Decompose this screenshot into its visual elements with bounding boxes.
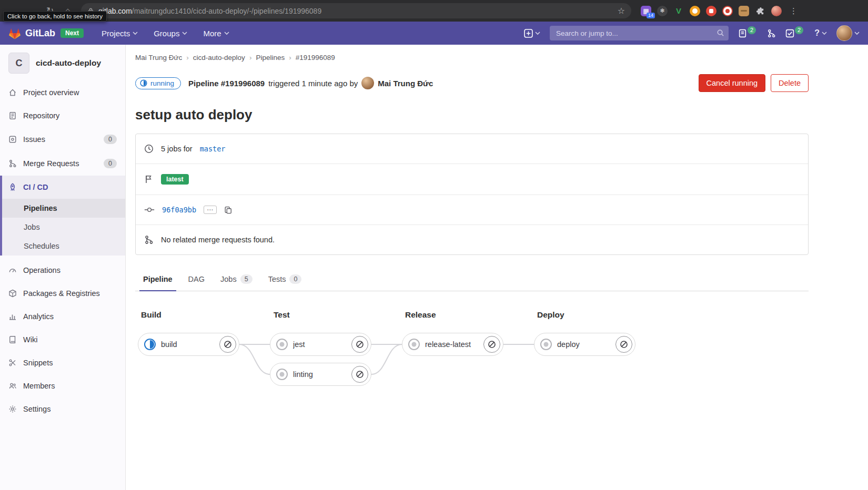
latest-tag-badge[interactable]: latest	[161, 174, 189, 185]
breadcrumb-project[interactable]: cicd-auto-deploy	[193, 54, 245, 62]
cancel-job-release-button[interactable]	[483, 336, 500, 353]
new-menu-button[interactable]	[524, 29, 540, 38]
pipeline-graph: Build Test Release Deploy build jest lin…	[135, 300, 809, 397]
commit-message-toggle[interactable]: ⋯	[204, 206, 217, 214]
sidebar-subitem-schedules[interactable]: Schedules	[2, 237, 125, 256]
pipeline-triggered-text: Pipeline #191996089 triggered 1 minute a…	[188, 77, 433, 89]
cancel-icon	[224, 340, 232, 349]
extension-icon-1[interactable]: ▦14	[641, 6, 651, 16]
sidebar-item-label: Operations	[23, 266, 60, 274]
tab-dag[interactable]: DAG	[180, 269, 213, 291]
issues-nav-button[interactable]: 2	[738, 29, 758, 38]
sidebar-item-packages[interactable]: Packages & Registries	[0, 282, 125, 305]
breadcrumb-pipeline-id[interactable]: #191996089	[296, 54, 335, 62]
job-release-latest[interactable]: release-latest	[402, 333, 503, 356]
stage-header-release: Release	[405, 310, 436, 320]
tests-count-badge: 0	[289, 274, 301, 284]
bookmark-star-icon[interactable]: ☆	[618, 6, 625, 16]
issues-icon	[738, 29, 747, 38]
sidebar-item-label: Repository	[23, 111, 59, 120]
extension-icon-7[interactable]	[739, 6, 749, 16]
tag-row: latest	[136, 164, 808, 195]
todos-count-badge: 2	[795, 26, 803, 34]
merge-request-icon	[767, 29, 776, 38]
sidebar-item-label: Settings	[23, 405, 51, 413]
sidebar-item-operations[interactable]: Operations	[0, 259, 125, 282]
sidebar-item-members[interactable]: Members	[0, 374, 125, 397]
extensions-puzzle-icon[interactable]	[755, 6, 765, 16]
sidebar-item-label: Issues	[23, 135, 45, 144]
running-status-badge[interactable]: running	[135, 77, 181, 89]
merge-requests-count: 0	[104, 159, 117, 168]
pipeline-title: setup auto deploy	[135, 107, 809, 123]
breadcrumb: Mai Trung Đức › cicd-auto-deploy › Pipel…	[135, 45, 809, 62]
scissors-icon	[8, 359, 17, 367]
stage-header-deploy: Deploy	[537, 310, 564, 320]
sidebar-item-repository[interactable]: Repository	[0, 104, 125, 127]
sidebar-item-analytics[interactable]: Analytics	[0, 305, 125, 328]
breadcrumb-pipelines[interactable]: Pipelines	[256, 54, 285, 62]
gitlab-logo[interactable]: GitLab Next	[8, 27, 84, 39]
help-menu-button[interactable]: ?	[814, 28, 827, 38]
address-bar[interactable]: gitlab.com/maitrungduc1410/cicd-auto-dep…	[81, 3, 631, 18]
jobs-summary-row: 5 jobs for master	[136, 134, 808, 164]
menu-more[interactable]: More	[203, 29, 229, 38]
sidebar-subitem-jobs[interactable]: Jobs	[2, 218, 125, 237]
tab-tests[interactable]: Tests0	[260, 269, 310, 291]
job-build[interactable]: build	[138, 333, 239, 356]
cancel-job-linting-button[interactable]	[351, 366, 368, 383]
project-sidebar: C cicd-auto-deploy Project overview Repo…	[0, 45, 126, 490]
sidebar-item-label: Members	[23, 382, 55, 390]
commit-icon	[144, 205, 155, 215]
sidebar-item-snippets[interactable]: Snippets	[0, 351, 125, 374]
cancel-icon	[356, 340, 364, 349]
status-created-icon	[276, 338, 288, 351]
sidebar-item-settings[interactable]: Settings	[0, 397, 125, 421]
gitlab-navbar: GitLab Next Projects Groups More 2 2 ?	[0, 22, 868, 45]
extension-icon-3[interactable]: V	[673, 6, 684, 16]
sidebar-item-issues[interactable]: Issues 0	[0, 127, 125, 151]
job-linting[interactable]: linting	[270, 363, 371, 386]
main-content: Mai Trung Đức › cicd-auto-deploy › Pipel…	[126, 45, 868, 490]
sidebar-subitem-pipelines[interactable]: Pipelines	[2, 199, 125, 218]
branch-ref-link[interactable]: master	[200, 145, 226, 153]
browser-profile-avatar[interactable]	[771, 6, 782, 16]
job-jest[interactable]: jest	[270, 333, 371, 356]
job-deploy[interactable]: deploy	[534, 333, 635, 356]
issues-icon	[8, 135, 17, 144]
cancel-job-build-button[interactable]	[219, 336, 236, 353]
cancel-job-deploy-button[interactable]	[615, 336, 632, 353]
tab-jobs[interactable]: Jobs5	[213, 269, 260, 291]
cancel-running-button[interactable]: Cancel running	[699, 74, 766, 92]
extension-icon-5[interactable]	[706, 6, 716, 16]
users-icon	[8, 382, 17, 390]
cancel-icon	[356, 370, 364, 379]
status-created-icon	[540, 338, 552, 351]
todos-nav-button[interactable]: 2	[785, 29, 805, 38]
sidebar-item-project-overview[interactable]: Project overview	[0, 81, 125, 104]
sidebar-project-header[interactable]: C cicd-auto-deploy	[0, 45, 125, 81]
menu-groups[interactable]: Groups	[154, 29, 187, 38]
search-input[interactable]	[550, 26, 729, 40]
sidebar-item-cicd[interactable]: CI / CD	[2, 176, 125, 199]
cancel-icon	[620, 340, 628, 349]
no-mr-text: No related merge requests found.	[161, 236, 275, 244]
breadcrumb-user[interactable]: Mai Trung Đức	[135, 54, 182, 62]
status-created-icon	[408, 338, 420, 351]
extension-icon-4[interactable]	[690, 6, 700, 16]
delete-button[interactable]: Delete	[771, 74, 809, 92]
author-avatar	[361, 77, 374, 89]
merge-requests-nav-button[interactable]	[767, 29, 776, 38]
user-menu-button[interactable]	[836, 25, 860, 41]
copy-sha-button[interactable]	[224, 206, 232, 214]
sidebar-item-wiki[interactable]: Wiki	[0, 328, 125, 351]
commit-sha-link[interactable]: 96f0a9bb	[162, 206, 196, 214]
browser-menu-icon[interactable]: ⋮	[790, 6, 798, 16]
extension-icon-2[interactable]: ❄	[657, 6, 668, 16]
cancel-job-jest-button[interactable]	[351, 336, 368, 353]
flag-icon	[144, 175, 154, 184]
sidebar-item-merge-requests[interactable]: Merge Requests 0	[0, 151, 125, 176]
menu-projects[interactable]: Projects	[102, 29, 138, 38]
extension-icon-6[interactable]	[722, 6, 733, 16]
tab-pipeline[interactable]: Pipeline	[135, 269, 180, 291]
